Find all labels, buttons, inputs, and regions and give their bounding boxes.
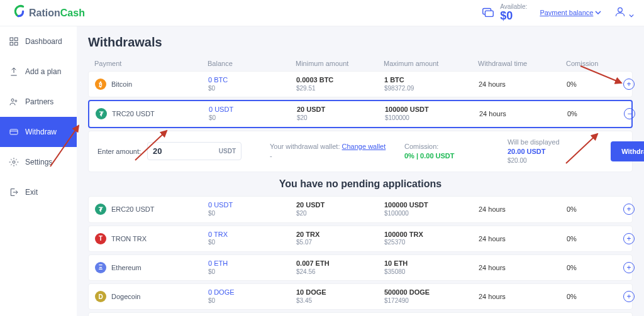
pending-title: You have no pending applications	[88, 178, 633, 190]
balance-value: $0	[500, 10, 527, 23]
sidebar-item-label: Exit	[25, 188, 38, 197]
min-sub: $20	[296, 210, 384, 218]
coin-name: ERC20 USDT	[111, 205, 154, 213]
balance-widget: Available: $0	[481, 3, 527, 23]
enter-amount-label: Enter amount:	[97, 148, 141, 155]
users-icon	[9, 97, 19, 107]
balance-value: 0 TRX	[208, 231, 296, 239]
expand-icon[interactable]: +	[623, 233, 635, 244]
amount-input-wrapper[interactable]: USDT	[147, 142, 242, 160]
expand-icon[interactable]: +	[623, 79, 635, 90]
wallet-label: Your withdrawal wallet:	[270, 143, 340, 150]
wallet-value: -	[270, 151, 396, 161]
max-value: 100000 TRX	[384, 231, 479, 239]
table-header: Payment Balance Minimum amount Maximum a…	[88, 56, 633, 71]
sidebar-item-exit[interactable]: Exit	[0, 177, 77, 207]
min-value: 10 DOGE	[296, 288, 384, 297]
sidebar-item-withdraw[interactable]: Withdraw	[0, 117, 77, 147]
time-value: 24 hours	[479, 293, 567, 300]
coin-icon: Ξ	[95, 262, 106, 273]
form-commission-label: Comission:	[404, 142, 499, 151]
top-right: Available: $0 Payment balance	[481, 3, 634, 23]
min-sub: $5.07	[296, 239, 384, 247]
sidebar-item-label: Withdraw	[25, 128, 57, 136]
balance-sub: $0	[208, 239, 296, 247]
sidebar-item-label: Settings	[25, 158, 52, 166]
commission-value: 0%	[567, 80, 623, 88]
min-value: 20 USDT	[297, 106, 385, 114]
min-sub: $29.51	[296, 85, 384, 93]
commission-value: 0%	[567, 235, 623, 242]
coin-name: Ethereum	[111, 264, 142, 271]
sidebar-item-dashboard[interactable]: Dashboard	[0, 26, 77, 57]
logo-text-1: Ration	[29, 8, 60, 19]
col-commission: Comission	[566, 60, 623, 67]
logo-mark-icon	[10, 3, 26, 23]
dashboard-icon	[9, 36, 19, 46]
form-display-val: 20.00 USDT	[508, 147, 602, 156]
coin-icon: ₮	[95, 204, 106, 215]
col-maximum: Maximum amount	[384, 60, 478, 67]
amount-input[interactable]	[153, 146, 203, 156]
max-value: 500000 DOGE	[384, 288, 479, 297]
sidebar: Dashboard Add a plan Partners Withdraw S…	[0, 26, 77, 316]
form-display-label: Will be displayed	[508, 138, 602, 147]
table-row[interactable]: DDogecoin0 DOGE$010 DOGE$3.45500000 DOGE…	[88, 283, 633, 310]
col-minimum: Minimum amount	[296, 60, 384, 67]
collapse-icon[interactable]: −	[624, 108, 635, 119]
main-content: Withdrawals Payment Balance Minimum amou…	[77, 26, 644, 316]
min-value: 0.007 ETH	[296, 259, 384, 268]
payment-balance-link[interactable]: Payment balance	[540, 9, 601, 17]
col-time: Withdrawal time	[478, 60, 566, 67]
svg-rect-1	[486, 11, 494, 16]
max-sub: $172490	[384, 297, 479, 305]
svg-point-8	[15, 100, 17, 102]
table-row[interactable]: ₮ERC20 USDT0 USDT$020 USDT$20100000 USDT…	[88, 196, 633, 222]
expand-icon[interactable]: +	[623, 291, 635, 302]
min-value: 20 USDT	[296, 201, 384, 210]
max-sub: $35080	[384, 268, 479, 276]
table-row[interactable]: TTRON TRX0 TRX$020 TRX$5.07100000 TRX$25…	[88, 226, 633, 252]
coin-icon: D	[95, 291, 106, 302]
svg-rect-9	[10, 129, 18, 134]
table-row[interactable]: ₮BEP20 USDT0 USDT$010 USDT$1050000 USDT$…	[88, 312, 633, 316]
min-sub: $20	[297, 114, 385, 123]
withdraw-funds-button[interactable]: Withdraw Funds	[611, 141, 644, 161]
user-menu-icon[interactable]	[614, 6, 634, 20]
form-commission-val: 0.00 USDT	[420, 152, 454, 160]
commission-value: 0%	[567, 110, 624, 117]
change-wallet-link[interactable]: Change wallet	[342, 143, 386, 150]
expand-icon[interactable]: +	[623, 262, 635, 273]
commission-value: 0%	[567, 205, 623, 213]
svg-rect-6	[14, 42, 18, 45]
max-sub: $98372.09	[384, 85, 479, 93]
exit-icon	[9, 187, 19, 197]
page-title: Withdrawals	[88, 35, 633, 50]
sidebar-item-partners[interactable]: Partners	[0, 87, 77, 117]
balance-sub: $0	[208, 297, 296, 305]
table-row[interactable]: ₿Bitcoin0 BTC$00.0003 BTC$29.511 BTC$983…	[88, 71, 633, 97]
svg-rect-3	[10, 38, 13, 41]
coin-icon: ₮	[96, 108, 107, 119]
sidebar-item-settings[interactable]: Settings	[0, 147, 77, 177]
time-value: 24 hours	[479, 205, 567, 213]
amount-unit: USDT	[219, 148, 236, 155]
max-value: 10 ETH	[384, 259, 479, 268]
gear-icon	[9, 157, 19, 167]
table-row[interactable]: ₮TRC20 USDT0 USDT$020 USDT$20100000 USDT…	[88, 100, 633, 128]
time-value: 24 hours	[479, 235, 567, 242]
table-row[interactable]: ΞEthereum0 ETH$00.007 ETH$24.5610 ETH$35…	[88, 254, 633, 281]
max-value: 100000 USDT	[385, 106, 479, 114]
coin-name: Bitcoin	[111, 80, 132, 88]
svg-point-10	[13, 161, 15, 163]
sidebar-item-add-plan[interactable]: Add a plan	[0, 57, 77, 87]
balance-sub: $0	[208, 210, 296, 218]
topbar: RationCash Available: $0 Payment balance	[0, 0, 644, 26]
logo[interactable]: RationCash	[10, 3, 85, 23]
coin-icon: ₿	[95, 79, 106, 90]
col-balance: Balance	[208, 60, 296, 67]
max-value: 1 BTC	[384, 76, 479, 85]
expand-icon[interactable]: +	[623, 204, 635, 215]
withdraw-form: Enter amount: USDT Your withdrawal walle…	[88, 131, 633, 173]
wallet-icon	[481, 5, 495, 21]
